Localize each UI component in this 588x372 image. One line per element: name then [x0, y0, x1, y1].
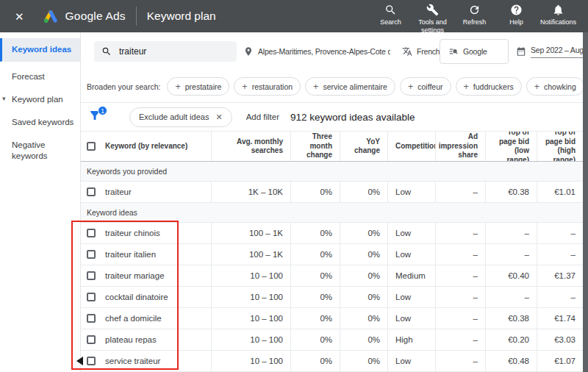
header-action-label: Tools and settings	[412, 18, 453, 35]
cell-three-month-change: 0%	[291, 265, 340, 286]
cell-value: –	[525, 229, 529, 237]
table-row[interactable]: cocktail dinatoire10 – 1000%0%Low–––	[81, 287, 583, 308]
network-selector-button[interactable]: Google	[440, 39, 509, 64]
row-checkbox[interactable]	[87, 314, 96, 323]
cell-value: 10 – 100	[250, 335, 283, 344]
keyword-search-input[interactable]: traiteur	[94, 41, 237, 62]
broaden-chip-restauration[interactable]: +restauration	[234, 77, 301, 96]
keyword-label: chef a domicile	[105, 314, 162, 323]
table-row[interactable]: plateau repas10 – 1000%0%High–€0.20€3.03	[81, 329, 583, 351]
row-checkbox[interactable]	[87, 293, 96, 301]
vertical-scrollbar[interactable]	[583, 32, 588, 372]
cell-top-of-page-bid-high-range: –	[537, 223, 583, 243]
column-header-label: Three month change	[298, 132, 332, 160]
cell-value: –	[473, 293, 478, 301]
sidebar-item-saved-keywords[interactable]: Saved keywords	[0, 111, 80, 134]
table-row[interactable]: traiteur italien100 – 1K0%0%Low–––	[81, 244, 583, 265]
column-header-ad-impression-share[interactable]: Ad impression share	[436, 132, 486, 161]
row-checkbox[interactable]	[87, 335, 96, 344]
table-row[interactable]: traiteur1K – 10K0%0%Low–€0.38€1.01	[81, 182, 583, 203]
cell-value: 0%	[368, 250, 380, 259]
header-action-tools-and-settings[interactable]: Tools and settings	[412, 0, 453, 34]
cell-value: €3.03	[554, 335, 576, 344]
select-all-checkbox[interactable]	[87, 142, 96, 151]
table-section-header-keywords-you-provided: Keywords you provided	[81, 162, 583, 182]
cell-value: 0%	[320, 314, 332, 323]
add-filter-button[interactable]: Add filter	[246, 112, 279, 121]
row-checkbox[interactable]	[87, 229, 96, 237]
column-header-avg-monthly-searches[interactable]: Avg. monthly searches	[212, 132, 291, 161]
broaden-chip-service-alimentaire[interactable]: +service alimentaire	[305, 77, 395, 96]
broaden-chip-prestataire[interactable]: +prestataire	[167, 77, 229, 96]
column-header-label: Competition	[395, 142, 436, 151]
chevron-down-icon[interactable]: ▾	[2, 95, 6, 104]
cell-ad-impression-share: –	[436, 329, 486, 350]
keyword-ideas-count: 912 keyword ideas available	[290, 112, 415, 123]
header-action-refresh[interactable]: Refresh	[453, 0, 495, 26]
broaden-chip-fuddruckers[interactable]: +fuddruckers	[456, 77, 522, 96]
table-row[interactable]: traiteur mariage10 – 1000%0%Medium–€0.40…	[81, 265, 583, 287]
sidebar-item-keyword-plan[interactable]: ▾Keyword plan	[0, 88, 80, 111]
close-icon[interactable]: ✕	[15, 11, 24, 22]
table-row[interactable]: chef a domicile10 – 1000%0%Low–€0.38€1.7…	[81, 308, 583, 329]
cell-competition: Low	[388, 308, 436, 329]
cell-value: 0%	[368, 229, 380, 237]
keyword-cell: service traiteur	[81, 351, 212, 371]
location-value: Alpes-Maritimes, Provence-Alpes-Cote d'A…	[258, 47, 390, 56]
cell-value: –	[571, 250, 576, 259]
language-selector[interactable]: French	[402, 32, 440, 71]
chip-label: restauration	[252, 82, 293, 91]
network-value: Google	[463, 47, 487, 56]
column-header-yoy-change[interactable]: YoY change	[340, 132, 388, 161]
row-checkbox[interactable]	[87, 250, 96, 259]
column-header-competition[interactable]: Competition	[388, 132, 436, 161]
plus-icon: +	[408, 82, 413, 92]
column-header-top-of-page-bid-high-range[interactable]: Top of page bid (high range)	[537, 132, 583, 161]
cell-value: 0%	[320, 250, 332, 259]
sidebar-item-negative-keywords[interactable]: Negative keywords	[0, 134, 80, 168]
table-row[interactable]: service traiteur10 – 1000%0%Low–€0.48€1.…	[81, 351, 583, 372]
cell-ad-impression-share: –	[436, 244, 486, 265]
scroll-left-arrow-icon[interactable]	[76, 357, 83, 365]
cell-competition: Low	[388, 182, 436, 202]
column-header-top-of-page-bid-low-range[interactable]: Top of page bid (low range)	[486, 132, 537, 161]
active-filter-chip[interactable]: Exclude adult ideas ✕	[129, 107, 232, 127]
cell-ad-impression-share: –	[436, 351, 486, 371]
filter-bar: 1 Exclude adult ideas ✕ Add filter 912 k…	[81, 103, 583, 131]
filter-funnel-button[interactable]: 1	[88, 109, 104, 125]
cell-value: –	[473, 250, 478, 259]
date-range-selector[interactable]: Sep 2022 – Aug 2023	[516, 32, 588, 71]
cell-top-of-page-bid-high-range: €1.74	[537, 308, 583, 329]
plus-icon: +	[242, 82, 247, 92]
cell-top-of-page-bid-high-range: –	[537, 287, 583, 307]
cell-value: €1.74	[554, 314, 576, 323]
sidebar-item-forecast[interactable]: Forecast	[0, 65, 80, 88]
google-ads-keyword-plan-window: ✕ Google Ads Keyword plan SearchTools an…	[0, 0, 588, 372]
table-row[interactable]: traiteur chinois100 – 1K0%0%Low–––	[81, 223, 583, 244]
sidebar-item-keyword-ideas[interactable]: Keyword ideas	[0, 38, 80, 62]
cell-yoy-change: 0%	[340, 287, 388, 307]
header-divider	[136, 7, 137, 26]
row-checkbox[interactable]	[87, 187, 96, 196]
cell-value: 0%	[320, 293, 332, 301]
broaden-chip-chowking[interactable]: +chowking	[526, 77, 583, 96]
location-selector[interactable]: Alpes-Maritimes, Provence-Alpes-Cote d'A…	[243, 32, 390, 71]
header-action-help[interactable]: Help	[495, 0, 537, 26]
column-header-keyword-by-relevance[interactable]: Keyword (by relevance)	[81, 132, 212, 161]
header-action-search[interactable]: Search	[370, 0, 412, 26]
cell-value: 0%	[368, 335, 380, 344]
cell-value: 10 – 100	[250, 357, 283, 365]
section-title: Keywords you provided	[87, 167, 167, 176]
page-title: Keyword plan	[147, 10, 216, 23]
cell-value: €1.07	[554, 357, 576, 365]
remove-filter-icon[interactable]: ✕	[215, 112, 222, 122]
cell-top-of-page-bid-high-range: €1.07	[537, 351, 583, 371]
row-checkbox[interactable]	[87, 357, 96, 365]
cell-value: –	[571, 229, 576, 237]
header-action-notifications[interactable]: Notifications	[537, 0, 579, 26]
cell-competition: High	[388, 329, 436, 350]
broaden-search-row: Broaden your search: +prestataire+restau…	[81, 71, 583, 103]
row-checkbox[interactable]	[87, 271, 96, 280]
broaden-chip-coiffeur[interactable]: +coiffeur	[400, 77, 451, 96]
column-header-three-month-change[interactable]: Three month change	[291, 132, 340, 161]
